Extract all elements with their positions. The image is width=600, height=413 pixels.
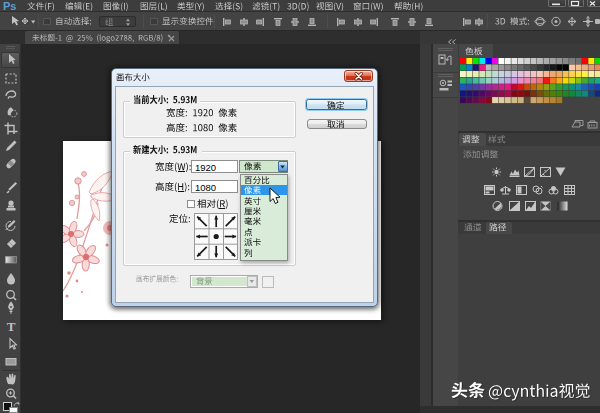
svg-text:T: T	[7, 319, 16, 334]
